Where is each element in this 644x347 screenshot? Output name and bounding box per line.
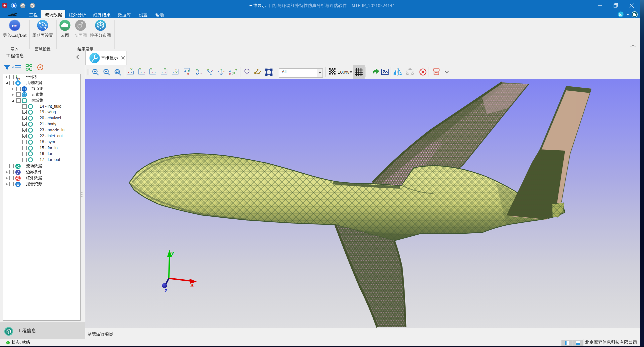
svg-text:x: x	[152, 71, 153, 74]
svg-text:x: x	[164, 71, 166, 74]
svg-text:z: z	[164, 288, 167, 293]
svg-text:Y: Y	[131, 68, 133, 71]
svg-text:x: x	[229, 72, 231, 76]
svg-text:Y: Y	[187, 69, 189, 72]
svg-text:z: z	[161, 71, 163, 74]
svg-text:Y: Y	[196, 68, 198, 72]
svg-text:Y: Y	[150, 68, 152, 71]
svg-text:z: z	[218, 70, 219, 73]
svg-text:z: z	[210, 73, 212, 76]
svg-text:z: z	[196, 72, 197, 76]
svg-text:y: y	[171, 250, 174, 256]
svg-text:z: z	[172, 71, 174, 74]
svg-text:x: x	[187, 72, 189, 76]
svg-text:Y: Y	[164, 68, 166, 71]
svg-text:x: x	[223, 70, 225, 73]
svg-text:z: z	[141, 71, 142, 74]
svg-text:Y: Y	[235, 68, 237, 72]
svg-text:z: z	[184, 69, 186, 72]
svg-text:x: x	[190, 282, 194, 288]
svg-text:x: x	[175, 68, 177, 71]
svg-text:x: x	[144, 71, 145, 74]
svg-text:z: z	[17, 77, 18, 80]
svg-text:Y: Y	[220, 68, 222, 71]
svg-text:x: x	[128, 71, 130, 74]
svg-text:Y: Y	[139, 68, 141, 71]
svg-text:z: z	[131, 71, 133, 74]
svg-text:Y: Y	[175, 71, 177, 74]
svg-text:x: x	[19, 77, 20, 80]
svg-text:z: z	[229, 69, 231, 72]
svg-text:cas: cas	[12, 23, 17, 28]
svg-text:z: z	[155, 71, 156, 74]
